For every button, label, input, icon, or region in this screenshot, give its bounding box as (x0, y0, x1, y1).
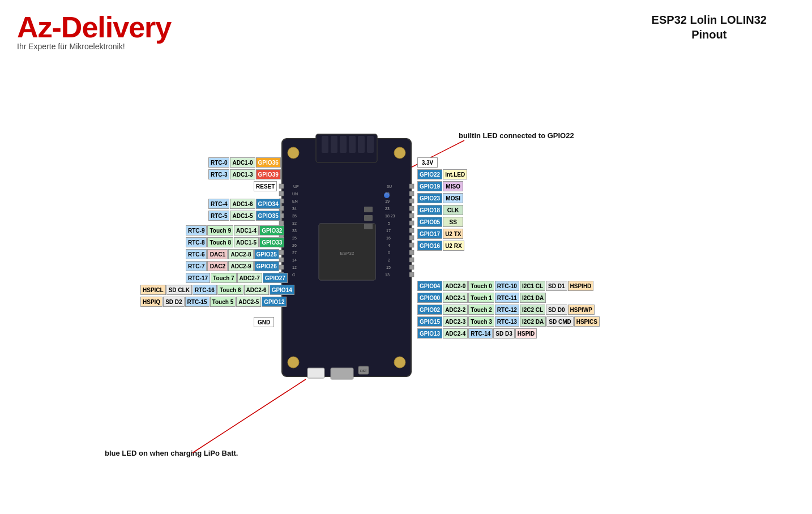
pin-label: SD D0 (546, 305, 567, 315)
board-area: ESP32 (276, 133, 417, 382)
pin-label: GPIO16 (417, 241, 442, 251)
svg-text:3U: 3U (387, 185, 392, 189)
svg-rect-43 (409, 265, 414, 269)
svg-point-13 (394, 147, 405, 159)
pin-label: Touch 8 (207, 237, 233, 247)
svg-rect-7 (331, 136, 337, 153)
pin-label: ADC1-3 (230, 169, 255, 179)
pin-label: GPIO05 (417, 217, 442, 227)
pin-label: MOSI (443, 193, 463, 203)
pin-label: GPIO33 (259, 237, 284, 247)
left-pin-row-1: RTC-3ADC1-3GPIO39 (208, 169, 281, 179)
pin-label: RTC-16 (193, 285, 217, 295)
builtin-led-annotation: builtin LED connected to GPIO22 (459, 131, 574, 140)
pin-label: Touch 5 (210, 297, 236, 307)
svg-rect-28 (279, 250, 284, 255)
pin-label: GPIO04 (417, 281, 442, 291)
right-pin-row-7: GPIO16U2 RX (417, 241, 464, 251)
right-pin-row-5: GPIO05SS (417, 217, 463, 227)
pin-label: SD D2 (163, 297, 184, 307)
pin-label: RTC-7 (186, 261, 207, 271)
pin-label: RTC-9 (186, 225, 207, 235)
board-svg: ESP32 (276, 133, 417, 382)
svg-rect-44 (409, 272, 414, 277)
pin-label: GPIO32 (259, 225, 284, 235)
svg-rect-19 (279, 184, 284, 189)
pin-label: GPIO22 (417, 169, 442, 179)
pin-label: GPIO34 (256, 199, 281, 209)
pin-label: ADC2-9 (228, 261, 253, 271)
pin-label: GPIO12 (262, 297, 287, 307)
svg-text:17: 17 (386, 229, 391, 233)
pin-label: GPIO19 (417, 181, 442, 191)
pin-label: HSPIWP (568, 305, 595, 315)
svg-rect-77 (364, 224, 373, 229)
pin-label: GPIO36 (256, 157, 281, 168)
svg-point-12 (288, 147, 299, 159)
pin-label: ADC2-7 (237, 273, 262, 283)
right-pin-row-12: GPIO13ADC2-4RTC-14SD D3HSPID (417, 328, 537, 339)
left-pin-row-4: RTC-5ADC1-5GPIO35 (208, 211, 281, 221)
svg-rect-29 (279, 258, 284, 262)
left-pin-row-2: RESET (254, 181, 277, 191)
svg-rect-41 (409, 250, 414, 255)
pin-label: GPIO14 (270, 285, 294, 295)
pin-label: RTC-10 (495, 281, 519, 291)
pin-label: HSPIQ (140, 297, 163, 307)
svg-rect-11 (367, 136, 374, 153)
pin-label: HSPICS (574, 316, 600, 327)
left-pin-row-10: HSPICLSD CLKRTC-16Touch 6ADC2-6GPIO14 (140, 285, 294, 295)
svg-text:14: 14 (292, 258, 297, 262)
pin-label: SD CLK (166, 285, 192, 295)
svg-rect-42 (409, 258, 414, 262)
svg-rect-32 (409, 184, 414, 189)
svg-rect-39 (409, 235, 414, 240)
pin-label: Touch 9 (207, 225, 233, 235)
svg-point-15 (394, 357, 405, 368)
right-pin-row-10: GPIO02ADC2-2Touch 2RTC-12I2C2 CLSD D0HSP… (417, 305, 595, 315)
svg-rect-8 (340, 136, 347, 153)
pin-label: ADC2-0 (443, 281, 468, 291)
pin-label: ADC1-6 (230, 199, 255, 209)
pin-label: ADC1-5 (234, 237, 259, 247)
pin-label: DAC2 (207, 261, 228, 271)
svg-text:13: 13 (385, 273, 390, 277)
pin-label: RTC-3 (208, 169, 229, 179)
svg-rect-45 (331, 368, 353, 379)
right-pin-row-2: GPIO19MISO (417, 181, 463, 191)
svg-rect-35 (409, 206, 414, 211)
svg-text:UP: UP (293, 185, 299, 189)
pin-label: RTC-13 (495, 316, 519, 327)
svg-text:UN: UN (292, 192, 298, 196)
svg-rect-6 (322, 136, 328, 153)
pin-label: ADC2-6 (244, 285, 269, 295)
right-pin-row-4: GPIO18CLK (417, 205, 463, 215)
pin-label: ADC1-0 (230, 157, 255, 168)
pin-label: RTC-17 (186, 273, 210, 283)
pin-label: HSPIHD (568, 281, 594, 291)
svg-text:0: 0 (388, 251, 390, 255)
left-pin-row-9: RTC-17Touch 7ADC2-7GPIO27 (186, 273, 288, 283)
right-pin-row-8: GPIO04ADC2-0Touch 0RTC-10I2C1 CLSD D1HSP… (417, 281, 593, 291)
svg-text:12: 12 (292, 265, 297, 269)
svg-point-14 (288, 357, 299, 368)
pin-label: I2C1 CL (520, 281, 545, 291)
svg-rect-37 (409, 221, 414, 225)
svg-rect-46 (307, 368, 324, 378)
pin-label: GPIO02 (417, 305, 442, 315)
svg-text:ESP32: ESP32 (340, 251, 354, 256)
svg-rect-75 (364, 207, 373, 212)
pin-label: MISO (443, 181, 463, 191)
svg-rect-38 (409, 228, 414, 233)
pin-label: GND (254, 317, 274, 327)
pin-label: SD D1 (546, 281, 567, 291)
pin-label: ADC2-4 (443, 328, 468, 339)
svg-rect-34 (409, 199, 414, 203)
svg-text:16: 16 (386, 236, 391, 240)
left-pin-row-11: HSPIQSD D2RTC-15Touch 5ADC2-5GPIO12 (140, 297, 287, 307)
pin-label: GPIO35 (256, 211, 281, 221)
left-pin-row-12: GND (254, 317, 274, 327)
logo-area: Az-Delivery Ihr Experte für Mikroelektro… (17, 10, 171, 51)
pin-label: GPIO17 (417, 229, 442, 239)
svg-text:22: 22 (385, 192, 390, 196)
